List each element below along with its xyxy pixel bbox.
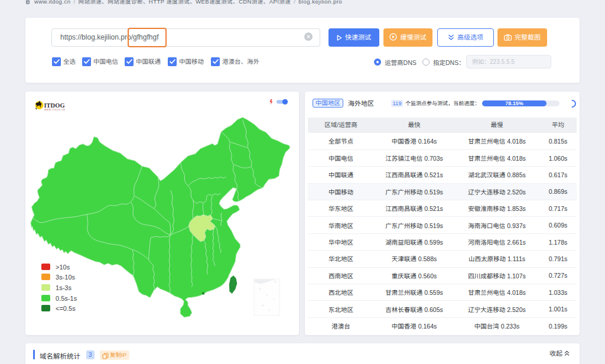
svg-text:WWW.ITDOG.CN: WWW.ITDOG.CN <box>44 109 66 111</box>
svg-text:ITDOG: ITDOG <box>44 102 65 109</box>
